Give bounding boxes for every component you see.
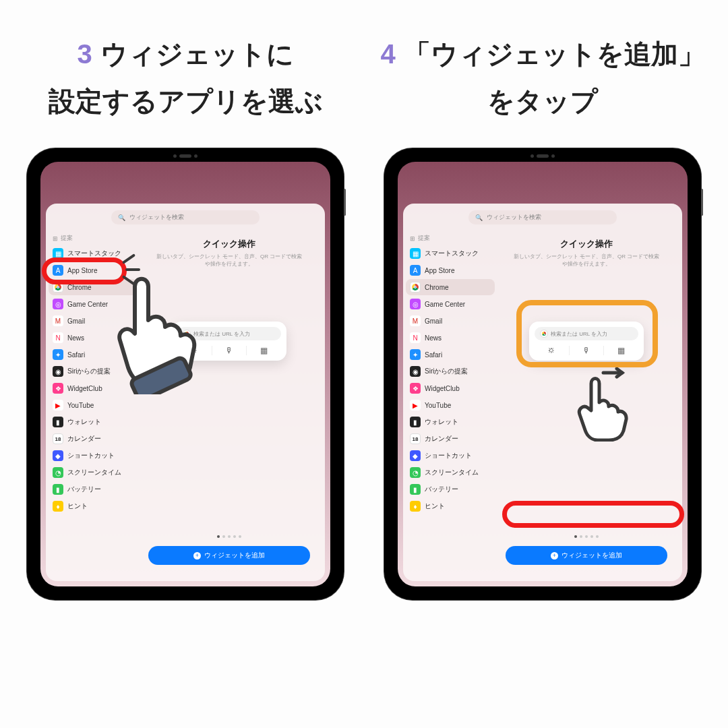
sidebar-item-news[interactable]: NNews: [406, 330, 495, 346]
sidebar-item-ショートカット[interactable]: ◆ショートカット: [49, 448, 138, 464]
sidebar-item-game-center[interactable]: ◎Game Center: [49, 296, 138, 312]
sidebar-item-スクリーンタイム[interactable]: ◔スクリーンタイム: [49, 464, 138, 481]
sidebar-item-label: ヒント: [67, 502, 88, 511]
add-widget-button[interactable]: + ウィジェットを追加: [148, 546, 310, 565]
sidebar-item-news[interactable]: NNews: [49, 330, 138, 346]
widget-preview-search-text: 検索または URL を入力: [551, 330, 607, 338]
sidebar-item-label: News: [425, 334, 442, 342]
app-icon: ♦: [410, 501, 421, 512]
sidebar-item-siriからの提案[interactable]: ◉Siriからの提案: [406, 363, 495, 380]
widget-preview-actions: ⛭ 🎙 ▦: [535, 346, 638, 355]
sidebar-item-バッテリー[interactable]: ▮バッテリー: [406, 481, 495, 497]
step-4-header: 4 「ウィジェットを追加」 をタップ: [377, 27, 708, 128]
sidebar-item-label: Gmail: [67, 317, 85, 325]
chrome-icon: [540, 330, 548, 338]
sidebar-item-label: News: [67, 334, 84, 342]
sidebar-item-gmail[interactable]: MGmail: [49, 313, 138, 329]
ipad-screen-left: 🔍 ウィジェットを検索 ⊞ 提案 ▦スマートスタックAApp StoreChro…: [40, 162, 330, 586]
app-icon: ▮: [410, 484, 421, 495]
widget-main: クイック操作 新しいタブ、シークレット モード、音声、QR コードで検索や操作を…: [140, 229, 325, 581]
page-dots: [574, 535, 599, 538]
sidebar-item-youtube[interactable]: ▶YouTube: [406, 397, 495, 413]
sidebar-item-label: Gmail: [425, 317, 442, 325]
widget-preview[interactable]: 検索または URL を入力 ⛭ 🎙 ▦: [529, 322, 644, 361]
sidebar-item-label: Game Center: [67, 301, 108, 308]
sidebar-item-label: WidgetClub: [425, 385, 460, 392]
widget-search-bar[interactable]: 🔍 ウィジェットを検索: [111, 210, 260, 224]
camera-notch: [530, 154, 555, 158]
step-4-number: 4: [380, 36, 395, 71]
sidebar-item-widgetclub[interactable]: ❖WidgetClub: [406, 380, 495, 396]
sidebar-item-ウォレット[interactable]: ▮ウォレット: [406, 414, 495, 430]
app-icon: ▮: [53, 484, 63, 495]
app-icon: 18: [410, 433, 421, 444]
sidebar-item-app-store[interactable]: AApp Store: [406, 262, 495, 278]
main-title: クイック操作: [203, 238, 255, 250]
sidebar-item-スマートスタック[interactable]: ▦スマートスタック: [49, 245, 138, 262]
search-icon: 🔍: [475, 214, 483, 221]
grid-icon: ⊞: [410, 235, 415, 242]
sidebar-heading-label: 提案: [418, 234, 430, 243]
sidebar-item-スマートスタック[interactable]: ▦スマートスタック: [406, 245, 495, 262]
sidebar-item-label: App Store: [67, 267, 97, 274]
sidebar-item-label: ヒント: [425, 502, 445, 511]
sidebar-item-label: Siriからの提案: [67, 367, 111, 376]
step-4-title-line1: 「ウィジェットを追加」: [404, 34, 705, 74]
add-widget-button[interactable]: + ウィジェットを追加: [506, 546, 667, 565]
sidebar-item-youtube[interactable]: ▶YouTube: [49, 397, 138, 413]
step-3: 3 ウィジェットに 設定するアプリを選ぶ 🔍 ウィジェットを検索 ⊞: [20, 27, 351, 701]
sidebar-item-label: カレンダー: [67, 434, 101, 444]
widget-preview-search: 検索または URL を入力: [535, 327, 638, 340]
sidebar-item-siriからの提案[interactable]: ◉Siriからの提案: [49, 363, 138, 380]
sidebar-item-widgetclub[interactable]: ❖WidgetClub: [49, 380, 138, 396]
widget-search-bar[interactable]: 🔍 ウィジェットを検索: [468, 210, 617, 224]
sidebar-item-label: バッテリー: [67, 485, 101, 494]
sidebar-item-ヒント[interactable]: ♦ヒント: [406, 498, 495, 514]
app-icon: ▶: [410, 400, 421, 411]
sidebar-item-label: YouTube: [67, 402, 94, 409]
sidebar-item-ウォレット[interactable]: ▮ウォレット: [49, 414, 138, 430]
sidebar-item-gmail[interactable]: MGmail: [406, 313, 495, 329]
grid-icon: ⊞: [53, 235, 58, 242]
ipad-left: 🔍 ウィジェットを検索 ⊞ 提案 ▦スマートスタックAApp StoreChro…: [27, 148, 344, 600]
app-icon: ▮: [410, 417, 421, 427]
main-subtitle: 新しいタブ、シークレット モード、音声、QR コードで検索や操作を行えます。: [512, 253, 661, 268]
app-icon: ◎: [53, 299, 63, 309]
sidebar-item-label: スマートスタック: [425, 249, 479, 258]
app-icon: ◉: [410, 366, 421, 377]
app-icon: ▮: [53, 417, 63, 427]
sidebar-item-ショートカット[interactable]: ◆ショートカット: [406, 448, 495, 464]
app-icon: ◎: [410, 299, 421, 309]
app-icon: ◆: [53, 450, 63, 461]
widget-main: クイック操作 新しいタブ、シークレット モード、音声、QR コードで検索や操作を…: [497, 229, 682, 581]
sidebar-item-ヒント[interactable]: ♦ヒント: [49, 498, 138, 514]
sidebar-item-カレンダー[interactable]: 18カレンダー: [406, 431, 495, 447]
app-icon: ◔: [410, 467, 421, 478]
sidebar-item-バッテリー[interactable]: ▮バッテリー: [49, 481, 138, 497]
sidebar-item-game-center[interactable]: ◎Game Center: [406, 296, 495, 312]
incognito-icon: ⛭: [535, 346, 570, 355]
app-icon: 18: [53, 433, 63, 444]
sidebar-item-chrome[interactable]: Chrome: [406, 279, 495, 295]
app-icon: ◉: [53, 366, 63, 377]
widget-preview[interactable]: 検索または URL を入力 ⛭ 🎙 ▦: [172, 322, 286, 361]
sidebar-item-スクリーンタイム[interactable]: ◔スクリーンタイム: [406, 464, 495, 481]
sidebar-item-chrome[interactable]: Chrome: [49, 279, 138, 295]
app-icon: ✦: [410, 349, 421, 360]
sidebar-item-safari[interactable]: ✦Safari: [49, 346, 138, 363]
sidebar-heading: ⊞ 提案: [406, 233, 495, 245]
step-3-header: 3 ウィジェットに 設定するアプリを選ぶ: [20, 27, 351, 128]
app-icon: ▦: [53, 248, 63, 259]
sidebar-item-safari[interactable]: ✦Safari: [406, 346, 495, 363]
app-sidebar: ⊞ 提案 ▦スマートスタックAApp StoreChrome◎Game Cent…: [403, 229, 497, 581]
ipad-screen-right: 🔍 ウィジェットを検索 ⊞ 提案 ▦スマートスタックAApp StoreChro…: [398, 162, 688, 586]
sidebar-item-app-store[interactable]: AApp Store: [49, 262, 138, 278]
mic-icon: 🎙: [212, 346, 247, 355]
sidebar-item-label: Safari: [67, 351, 85, 359]
sidebar-item-カレンダー[interactable]: 18カレンダー: [49, 431, 138, 447]
sidebar-item-label: WidgetClub: [67, 385, 102, 392]
search-placeholder: ウィジェットを検索: [487, 213, 541, 222]
app-icon: ▶: [53, 400, 63, 411]
add-widget-label: ウィジェットを追加: [204, 551, 265, 560]
add-widget-label: ウィジェットを追加: [562, 551, 622, 560]
